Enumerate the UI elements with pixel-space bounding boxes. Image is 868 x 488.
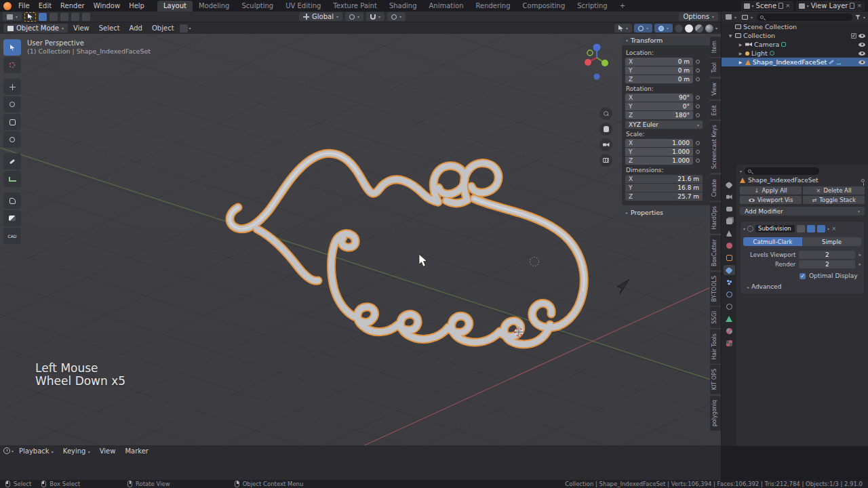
hide-icon[interactable]: [859, 34, 865, 38]
animate-scale-y[interactable]: [696, 150, 700, 154]
extras-dropdown[interactable]: ▾: [827, 226, 829, 231]
tab-material[interactable]: [724, 326, 735, 336]
dimensions-x-field[interactable]: X21.6 m: [625, 175, 703, 183]
sidebar-tab[interactable]: KIT OPS: [710, 365, 721, 394]
mode-dropdown[interactable]: Object Mode▾: [3, 24, 68, 33]
collection-checkbox[interactable]: ✓: [851, 33, 856, 39]
add-workspace-button[interactable]: +: [614, 1, 631, 12]
rotation-y-field[interactable]: Y0°: [625, 102, 693, 110]
apply-all-button[interactable]: ↓Apply All: [740, 186, 802, 195]
menu-window[interactable]: Window: [90, 0, 124, 12]
tab-render[interactable]: [724, 192, 735, 202]
advanced-section-header[interactable]: ▸ Advanced: [747, 283, 861, 290]
menu-view[interactable]: View: [69, 24, 94, 32]
properties-panel-header[interactable]: ▸Properties: [622, 207, 710, 218]
hide-icon[interactable]: [859, 60, 865, 64]
model-ribbon[interactable]: [230, 153, 584, 344]
modifier-name-field[interactable]: Subdivision: [755, 225, 795, 232]
tab-animation[interactable]: Animation: [423, 1, 470, 12]
animate-rotation-x[interactable]: [696, 96, 700, 100]
animate-scale-x[interactable]: [696, 141, 700, 145]
view-layer-selector[interactable]: ▾ View Layer ×: [796, 1, 865, 11]
camera-view-button[interactable]: [599, 138, 612, 151]
options-dropdown[interactable]: Options▾: [679, 12, 718, 21]
close-view-layer-icon[interactable]: ×: [856, 3, 862, 9]
sidebar-tab[interactable]: HardOps: [710, 202, 721, 234]
rotation-mode-dropdown[interactable]: XYZ Euler▾: [625, 121, 703, 129]
shading-rendered-button[interactable]: [705, 24, 713, 33]
filter-icon[interactable]: [855, 15, 861, 20]
hide-icon[interactable]: [859, 52, 865, 56]
outliner-row-light[interactable]: ▶ Light: [722, 49, 868, 58]
tool-annotate[interactable]: [3, 153, 21, 169]
shading-solid-button[interactable]: [685, 24, 693, 33]
header-extra-toggle[interactable]: [180, 24, 188, 33]
rotation-z-field[interactable]: Z180°: [625, 111, 693, 119]
render-level-field[interactable]: 2: [799, 260, 855, 268]
select-mode-invert-button[interactable]: [71, 13, 79, 21]
animate-location-y[interactable]: [696, 68, 700, 73]
location-x-field[interactable]: X0 m: [625, 58, 693, 66]
tab-compositing[interactable]: Compositing: [517, 1, 572, 12]
tab-particles[interactable]: [724, 277, 735, 287]
dimensions-z-field[interactable]: Z25.7 m: [625, 192, 703, 201]
scene-selector[interactable]: ▾ Scene ×: [741, 1, 793, 11]
tab-view-layer[interactable]: [724, 216, 735, 226]
menu-file[interactable]: File: [14, 0, 34, 12]
location-y-field[interactable]: Y0 m: [625, 66, 693, 75]
shading-material-button[interactable]: [695, 24, 703, 33]
sidebar-tab[interactable]: Item: [710, 37, 721, 57]
tab-shading[interactable]: Shading: [383, 1, 423, 12]
sidebar-tab[interactable]: BoxCutter: [710, 235, 721, 270]
outliner-filter-dropdown[interactable]: ▾: [724, 13, 738, 22]
gizmo-x-axis[interactable]: [585, 59, 591, 66]
select-mode-subtract-button[interactable]: [60, 13, 68, 21]
outliner-row-shape[interactable]: ▶ Shape_IndexedFaceSet: [722, 58, 868, 66]
outliner-row-camera[interactable]: ▶ Camera: [722, 40, 868, 49]
simple-button[interactable]: Simple: [802, 237, 861, 246]
sidebar-tab[interactable]: BY-TOOLS: [710, 272, 721, 306]
keying-menu[interactable]: Keying ▾: [59, 447, 94, 455]
animate-rotation-z[interactable]: [696, 113, 700, 117]
tool-add-primitive[interactable]: [3, 192, 21, 209]
viewport-vis-button[interactable]: Viewport Vis: [740, 196, 802, 204]
tab-object[interactable]: [724, 253, 735, 263]
gizmo-dropdown[interactable]: ▾: [614, 24, 632, 33]
dimensions-y-field[interactable]: Y16.8 m: [625, 184, 703, 192]
delete-all-button[interactable]: ×Delete All: [803, 186, 865, 195]
new-view-layer-icon[interactable]: [850, 3, 854, 9]
expand-icon[interactable]: ▶: [738, 60, 743, 64]
active-tool-indicator[interactable]: [24, 12, 36, 22]
toggle-stack-button[interactable]: ⇄Toggle Stack: [803, 196, 865, 204]
menu-add[interactable]: Add: [125, 24, 146, 32]
sidebar-tab[interactable]: SSGI: [710, 307, 721, 328]
tool-measure[interactable]: [3, 171, 21, 187]
tab-object-data[interactable]: [724, 314, 735, 324]
animate-location-x[interactable]: [696, 60, 700, 64]
gizmo-y-axis[interactable]: [601, 60, 608, 66]
tab-scripting[interactable]: Scripting: [571, 1, 613, 12]
animate-scale-z[interactable]: [696, 159, 700, 163]
render-toggle[interactable]: [817, 225, 825, 232]
collapse-icon[interactable]: ▾: [743, 226, 745, 231]
tab-constraints[interactable]: [724, 302, 735, 312]
sidebar-tab[interactable]: Hair Tools: [710, 329, 721, 364]
playback-menu[interactable]: Playback ▾: [15, 447, 58, 455]
zoom-button[interactable]: [599, 107, 612, 120]
sidebar-tab[interactable]: polygoniq: [710, 396, 721, 430]
tool-transform[interactable]: [3, 131, 21, 148]
edit-mode-toggle[interactable]: [797, 225, 805, 232]
view-menu[interactable]: View: [96, 447, 120, 455]
outliner-row-scene-collection[interactable]: Scene Collection: [722, 22, 868, 31]
tab-sculpting[interactable]: Sculpting: [235, 1, 279, 12]
select-mode-extend-button[interactable]: [50, 13, 58, 21]
animate-dot[interactable]: ▸: [859, 252, 861, 258]
scale-x-field[interactable]: X1.000: [625, 139, 693, 147]
hide-icon[interactable]: [859, 43, 865, 47]
tab-uv-editing[interactable]: UV Editing: [279, 1, 327, 12]
sidebar-tab[interactable]: Tool: [710, 58, 721, 77]
realtime-toggle[interactable]: [807, 225, 815, 232]
location-z-field[interactable]: Z0 m: [625, 75, 693, 83]
tool-image[interactable]: [3, 210, 21, 226]
tab-modifiers[interactable]: [724, 265, 735, 275]
